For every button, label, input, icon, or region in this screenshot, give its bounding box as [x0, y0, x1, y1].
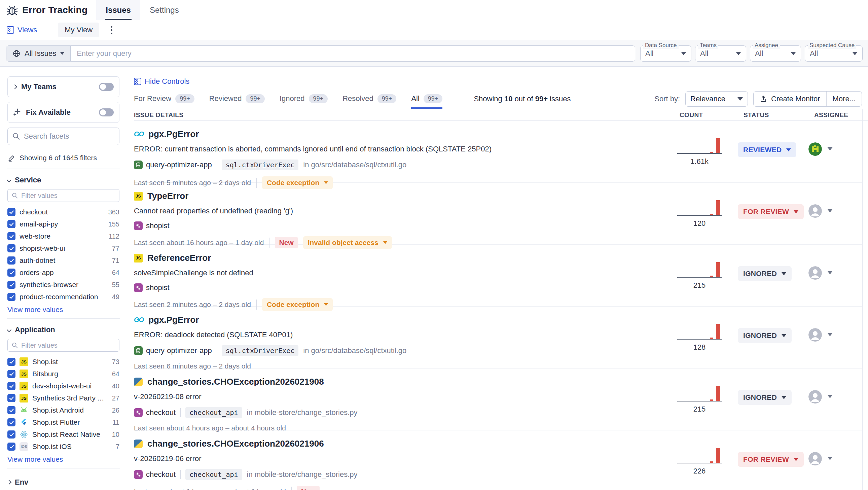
checkbox[interactable]: [7, 269, 16, 277]
hide-controls-button[interactable]: Hide Controls: [134, 77, 189, 86]
avatar[interactable]: [808, 142, 822, 156]
error-category-chip[interactable]: Code exception: [262, 298, 333, 311]
pencil-icon[interactable]: [8, 154, 16, 161]
data-source-select[interactable]: Data Source All: [640, 45, 691, 62]
checkbox[interactable]: [7, 220, 16, 228]
application-filter-input[interactable]: [21, 342, 115, 349]
code-location-chip[interactable]: sql.ctxDriverExec: [222, 159, 299, 170]
assignee-dropdown-icon[interactable]: [827, 457, 833, 460]
service-tag[interactable]: query-optimizer-app: [134, 160, 212, 169]
service-tag[interactable]: shopist: [134, 221, 169, 230]
facet-application-header[interactable]: Application: [7, 324, 119, 339]
status-badge[interactable]: IGNORED: [738, 328, 792, 343]
facet-value-row[interactable]: JS iOS Shop.ist React Native 10: [7, 428, 119, 440]
teams-select[interactable]: Teams All: [695, 45, 746, 62]
avatar[interactable]: [808, 390, 822, 403]
issue-row[interactable]: JS GO change_stories.CHOException2026021…: [134, 430, 862, 490]
facet-value-row[interactable]: JS iOS Shop.ist iOS 7: [7, 440, 119, 453]
facet-value-row[interactable]: JS iOS Bitsburg 64: [7, 368, 119, 380]
application-view-more-link[interactable]: View more values: [7, 453, 119, 468]
facet-search[interactable]: [7, 127, 119, 145]
facet-value-row[interactable]: synthetics-browser 55: [7, 279, 119, 291]
service-filter-input-wrap[interactable]: [7, 189, 119, 202]
issue-row[interactable]: JS GO pgx.PgError ERROR: current transac…: [134, 121, 862, 183]
application-filter-input-wrap[interactable]: [7, 339, 119, 352]
fix-available-card[interactable]: Fix Available: [7, 102, 119, 123]
checkbox[interactable]: [7, 406, 16, 414]
facet-value-row[interactable]: JS iOS Shop.ist Android 26: [7, 404, 119, 416]
code-location-chip[interactable]: checkout_api: [185, 407, 242, 418]
facet-value-row[interactable]: checkout 363: [7, 206, 119, 218]
checkbox[interactable]: [7, 293, 16, 301]
view-options-kebab-icon[interactable]: [108, 23, 115, 37]
service-tag[interactable]: checkout: [134, 470, 176, 479]
status-tab[interactable]: For Review 99+: [134, 94, 194, 108]
facet-value-row[interactable]: JS iOS dev-shopist-web-ui 40: [7, 380, 119, 392]
service-tag[interactable]: checkout: [134, 408, 176, 417]
avatar[interactable]: [808, 328, 822, 342]
issue-row[interactable]: JS GO ReferenceError solveSimpleChalleng…: [134, 245, 862, 307]
checkbox[interactable]: [7, 256, 16, 265]
checkbox[interactable]: [7, 418, 16, 426]
checkbox[interactable]: [7, 382, 16, 390]
query-input[interactable]: [71, 46, 635, 61]
error-category-chip[interactable]: Invalid object access: [303, 236, 392, 249]
service-filter-input[interactable]: [21, 192, 115, 200]
assignee-dropdown-icon[interactable]: [827, 271, 833, 274]
issue-row[interactable]: JS GO TypeError Cannot read properties o…: [134, 183, 862, 245]
checkbox[interactable]: [7, 394, 16, 402]
current-view-button[interactable]: My View: [58, 23, 99, 37]
facet-value-row[interactable]: auth-dotnet 71: [7, 254, 119, 267]
status-tab[interactable]: Ignored 99+: [280, 94, 328, 108]
facet-service-header[interactable]: Service: [7, 174, 119, 189]
status-badge[interactable]: IGNORED: [738, 266, 792, 281]
facet-search-input[interactable]: [24, 132, 114, 141]
code-location-chip[interactable]: sql.ctxDriverExec: [222, 345, 299, 356]
my-teams-card[interactable]: My Teams: [7, 76, 119, 97]
facet-value-row[interactable]: JS iOS Shop.ist 73: [7, 356, 119, 368]
status-badge[interactable]: FOR REVIEW: [738, 204, 804, 219]
assignee-dropdown-icon[interactable]: [827, 333, 833, 336]
checkbox[interactable]: [7, 370, 16, 378]
avatar[interactable]: [808, 266, 822, 280]
checkbox[interactable]: [7, 430, 16, 438]
my-teams-toggle[interactable]: [99, 83, 114, 91]
views-button[interactable]: Views: [7, 26, 37, 34]
service-view-more-link[interactable]: View more values: [7, 303, 119, 318]
checkbox[interactable]: [7, 442, 16, 451]
fix-available-toggle[interactable]: [99, 109, 114, 117]
checkbox[interactable]: [7, 244, 16, 252]
code-location-chip[interactable]: checkout_api: [185, 469, 242, 480]
facet-value-row[interactable]: shopist-web-ui 77: [7, 242, 119, 254]
collapsed-facet-header[interactable]: Env: [7, 474, 119, 490]
status-tab[interactable]: All 99+: [411, 94, 442, 108]
issue-row[interactable]: JS GO change_stories.CHOException2026021…: [134, 368, 862, 430]
facet-value-row[interactable]: web-store 112: [7, 230, 119, 242]
tab-issues[interactable]: Issues: [96, 0, 140, 20]
status-badge[interactable]: REVIEWED: [738, 142, 796, 157]
assignee-dropdown-icon[interactable]: [827, 395, 833, 398]
status-badge[interactable]: FOR REVIEW: [738, 452, 804, 467]
status-tab[interactable]: Resolved 99+: [342, 94, 396, 108]
create-monitor-button[interactable]: Create Monitor: [754, 92, 826, 106]
avatar[interactable]: [808, 204, 822, 218]
checkbox[interactable]: [7, 281, 16, 289]
facet-value-row[interactable]: product-recommendation 49: [7, 291, 119, 303]
checkbox[interactable]: [7, 208, 16, 216]
checkbox[interactable]: [7, 358, 16, 366]
sort-select[interactable]: Relevance: [685, 91, 748, 107]
facet-value-row[interactable]: JS iOS Synthetics 3rd Party Appl... 27: [7, 392, 119, 404]
facet-value-row[interactable]: JS iOS Shop.ist Flutter 11: [7, 416, 119, 428]
tab-settings[interactable]: Settings: [140, 0, 188, 20]
suspected-cause-select[interactable]: Suspected Cause All: [805, 45, 863, 62]
status-badge[interactable]: IGNORED: [738, 390, 792, 405]
assignee-dropdown-icon[interactable]: [827, 209, 833, 212]
issue-row[interactable]: JS GO pgx.PgError ERROR: deadlock detect…: [134, 307, 862, 368]
facet-value-row[interactable]: email-api-py 155: [7, 218, 119, 230]
checkbox[interactable]: [7, 232, 16, 240]
avatar[interactable]: [808, 452, 822, 465]
assignee-dropdown-icon[interactable]: [827, 147, 833, 150]
assignee-select[interactable]: Assignee All: [750, 45, 801, 62]
service-tag[interactable]: shopist: [134, 283, 169, 292]
status-tab[interactable]: Reviewed 99+: [209, 94, 265, 108]
